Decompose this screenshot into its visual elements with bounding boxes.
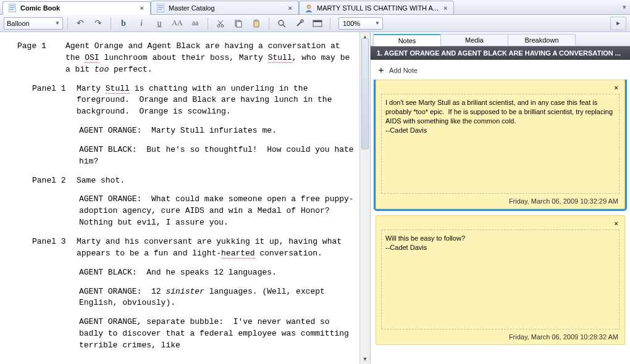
copy-button[interactable] (230, 17, 246, 30)
notes-list: × I don't see Marty Stull as a briliant … (371, 80, 630, 364)
style-select[interactable]: Balloon ▼ (4, 17, 63, 30)
close-icon[interactable]: × (442, 4, 448, 12)
document-tabs-bar: Comic Book × Master Catalog × MARTY STUL… (0, 0, 630, 15)
editor-text: Agent Orange and Agent Black are having … (65, 41, 358, 76)
svg-rect-5 (158, 6, 163, 6)
svg-rect-21 (313, 20, 322, 22)
dialogue-line: AGENT ORANGE: What could make someone op… (17, 194, 358, 229)
panel-label: Panel 2 (32, 175, 69, 187)
separator (330, 17, 330, 30)
vertical-scrollbar[interactable]: ▲ ▼ (359, 32, 370, 364)
note-timestamp: Friday, March 06, 2009 10:32:29 AM (380, 195, 621, 207)
redo-button[interactable]: ↷ (90, 17, 106, 30)
svg-rect-3 (10, 9, 14, 10)
cut-button[interactable] (212, 17, 229, 30)
paste-button[interactable] (248, 17, 264, 30)
plus-icon: ＋ (377, 65, 385, 76)
document-icon (156, 4, 165, 12)
svg-line-18 (283, 25, 285, 27)
note-text[interactable]: Will this be easy to follow? --Cadet Dav… (381, 230, 620, 329)
uppercase-button[interactable]: AA (169, 17, 185, 30)
bold-button[interactable]: b (116, 17, 132, 30)
side-panel: Notes Media Breakdown 1. AGENT ORANGE AN… (371, 32, 630, 364)
panel-label: Panel 3 (32, 236, 69, 260)
window-menu-icon[interactable]: ▾ (623, 3, 626, 11)
side-panel-header: 1. AGENT ORANGE AND AGENT BLACK ARE HAVI… (371, 46, 630, 60)
close-icon[interactable]: × (287, 4, 293, 12)
tab-master-catalog[interactable]: Master Catalog × (151, 1, 299, 14)
add-note-label: Add Note (389, 67, 418, 74)
tab-label: Comic Book (20, 4, 135, 12)
tab-notes[interactable]: Notes (373, 34, 441, 46)
script-editor[interactable]: Page 1 Agent Orange and Agent Black are … (0, 32, 370, 364)
dialogue-line: AGENT ORANGE: 12 sinister languages. (We… (17, 286, 358, 310)
separator (111, 17, 111, 30)
italic-button[interactable]: i (133, 17, 149, 30)
svg-rect-2 (10, 7, 15, 8)
editor-text: Marty and his conversant are yukking it … (77, 236, 358, 260)
separator (67, 17, 68, 30)
separator (208, 17, 208, 30)
document-icon (8, 4, 17, 12)
formatting-toolbar: Balloon ▼ ↶ ↷ b i u AA aa 100% ▼ (0, 15, 630, 32)
separator (269, 17, 269, 30)
scroll-thumb[interactable] (361, 38, 369, 149)
add-note-button[interactable]: ＋ Add Note (371, 60, 630, 80)
panel-label: Panel 1 (32, 83, 69, 118)
note-card[interactable]: × Will this be easy to follow? --Cadet D… (376, 215, 625, 345)
svg-rect-16 (255, 20, 258, 22)
lowercase-button[interactable]: aa (187, 17, 203, 30)
note-text[interactable]: I don't see Marty Stull as a briliant sc… (381, 94, 620, 194)
close-icon[interactable]: × (612, 220, 621, 227)
scroll-down-icon[interactable]: ▼ (360, 354, 370, 364)
find-button[interactable] (274, 17, 290, 30)
settings-button[interactable] (292, 17, 308, 30)
svg-rect-14 (237, 22, 242, 27)
editor-pane: Page 1 Agent Orange and Agent Black are … (0, 32, 371, 364)
zoom-label: 100% (343, 20, 360, 27)
tab-label: MARTY STULL IS CHATTING WITH A... (317, 4, 439, 12)
underline-button[interactable]: u (151, 17, 167, 30)
editor-text: Marty Stull is chatting with an underlin… (77, 83, 358, 118)
tab-label: Master Catalog (169, 4, 284, 12)
close-icon[interactable]: × (612, 84, 621, 91)
dialogue-line: AGENT BLACK: But he's so thoughtful! How… (17, 144, 358, 168)
style-select-label: Balloon (7, 20, 30, 27)
chevron-down-icon: ▼ (55, 20, 60, 26)
close-icon[interactable]: × (139, 4, 145, 12)
tab-chat[interactable]: MARTY STULL IS CHATTING WITH A... × (299, 1, 454, 14)
toggle-panel-button[interactable] (610, 17, 626, 30)
chevron-down-icon: ▼ (375, 20, 380, 26)
svg-rect-7 (158, 9, 162, 10)
tab-comic-book[interactable]: Comic Book × (2, 1, 151, 15)
note-timestamp: Friday, March 06, 2009 10:28:32 AM (380, 331, 621, 343)
svg-point-17 (279, 20, 284, 25)
svg-rect-6 (158, 7, 163, 8)
note-card[interactable]: × I don't see Marty Stull as a briliant … (376, 80, 625, 209)
side-panel-tabs: Notes Media Breakdown (371, 32, 630, 46)
editor-text: Same shot. (77, 175, 125, 187)
workspace: Page 1 Agent Orange and Agent Black are … (0, 32, 630, 364)
zoom-select[interactable]: 100% ▼ (338, 17, 383, 30)
dialogue-line: AGENT ORANGE, separate bubble: I've neve… (17, 316, 358, 352)
undo-button[interactable]: ↶ (72, 17, 88, 30)
page-label: Page 1 (17, 41, 54, 76)
svg-rect-1 (10, 6, 15, 6)
dialogue-line: AGENT ORANGE: Marty Stull infuriates me. (17, 125, 358, 137)
dialogue-line: AGENT BLACK: And he speaks 12 languages. (17, 267, 358, 279)
tab-breakdown[interactable]: Breakdown (508, 34, 576, 46)
svg-point-8 (307, 5, 311, 9)
user-icon (304, 4, 313, 12)
view-mode-button[interactable] (309, 17, 326, 30)
tab-media[interactable]: Media (440, 34, 508, 46)
